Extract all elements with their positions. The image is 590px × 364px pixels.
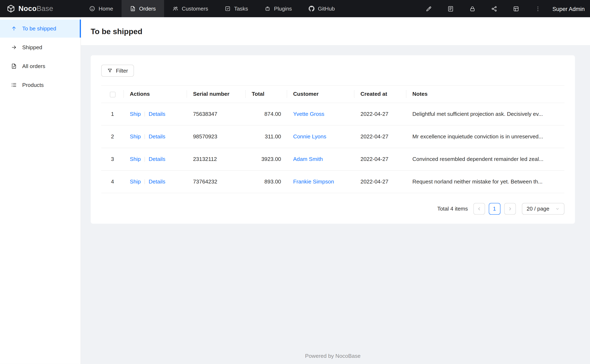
serial-cell: 75638347 [187,103,246,125]
pagination-total: Total 4 items [437,206,468,212]
select-all-checkbox[interactable] [110,92,115,97]
nav-item-label: GitHub [318,6,335,12]
filter-label: Filter [116,68,128,74]
more-button[interactable] [527,0,549,17]
col-header-serial: Serial number [187,86,246,103]
page-1-button[interactable]: 1 [489,203,500,214]
row-index: 2 [101,125,124,148]
action-divider [145,134,145,139]
nav-item-label: Customers [182,6,208,12]
actions-cell: ShipDetails [124,148,187,170]
details-link[interactable]: Details [149,156,166,162]
notes-cell: Mr excellence inquietude conviction is i… [406,125,564,148]
top-navbar: NocoBase Home Orders Customers [0,0,590,17]
nav-item-github[interactable]: GitHub [300,0,343,17]
nav-item-plugins[interactable]: Plugins [256,0,300,17]
user-name[interactable]: Super Admin [552,5,585,12]
details-link[interactable]: Details [149,179,166,185]
col-header-created-at: Created at [354,86,406,103]
list-icon [11,82,17,88]
action-divider [145,157,145,162]
ship-link[interactable]: Ship [130,111,141,117]
acl-button[interactable] [461,0,483,17]
table-row: 1 ShipDetails 75638347 874.00 Yvette Gro… [101,103,564,125]
col-header-notes: Notes [406,86,564,103]
nav-item-orders[interactable]: Orders [121,0,164,17]
robot-icon [265,6,271,12]
highlighter-icon [425,5,432,12]
arrow-up-icon [11,26,17,32]
order-file-icon [11,63,17,69]
notes-cell: Request norland neither mistake for yet.… [406,170,564,193]
layout-button[interactable] [505,0,527,17]
collections-button[interactable] [439,0,461,17]
action-divider [145,112,145,117]
ship-link[interactable]: Ship [130,156,141,162]
ui-editor-button[interactable] [418,0,439,17]
footer: Powered by NocoBase [91,347,575,364]
total-cell: 893.00 [246,170,287,193]
ship-link[interactable]: Ship [130,134,141,140]
row-index: 3 [101,148,124,170]
orders-icon [130,6,136,12]
chevron-down-icon [555,207,560,211]
logo-text: NocoBase [18,5,53,13]
actions-cell: ShipDetails [124,125,187,148]
page-size-select[interactable]: 20 / page [522,203,564,214]
chevron-right-icon [507,206,512,211]
cube-logo-icon [7,5,15,13]
customer-link[interactable]: Yvette Gross [293,111,325,117]
row-index: 1 [101,103,124,125]
nav-item-tasks[interactable]: Tasks [216,0,256,17]
col-header-total: Total [246,86,287,103]
navbar-right: Super Admin [418,0,590,17]
notes-cell: Convinced resembled dependent remainder … [406,148,564,170]
page-header: To be shipped [81,17,590,45]
pagination: Total 4 items 1 [101,203,564,214]
chevron-left-icon [477,206,482,211]
customer-link[interactable]: Frankie Simpson [293,179,334,185]
customer-cell: Connie Lyons [287,125,354,148]
sidebar-item-shipped[interactable]: Shipped [0,38,80,56]
app: NocoBase Home Orders Customers [0,0,590,364]
nav-item-label: Orders [139,6,156,12]
next-page-button[interactable] [504,203,516,214]
sidebar-item-label: Products [22,82,44,88]
customer-link[interactable]: Adam Smith [293,156,323,162]
nav-item-customers[interactable]: Customers [164,0,217,17]
customer-cell: Adam Smith [287,148,354,170]
ship-link[interactable]: Ship [130,179,141,185]
page-title: To be shipped [91,27,580,36]
layout: To be shipped Shipped All orders Product… [0,17,590,364]
nocobase-logo[interactable]: NocoBase [0,0,81,17]
sidebar-item-to-be-shipped[interactable]: To be shipped [0,20,80,38]
powered-by-text: Powered by NocoBase [305,353,361,359]
logo-noco: Noco [18,5,37,13]
table-row: 3 ShipDetails 23132112 3923.00 Adam Smit… [101,148,564,170]
serial-cell: 23132112 [187,148,246,170]
sidebar: To be shipped Shipped All orders Product… [0,17,81,364]
customer-link[interactable]: Connie Lyons [293,134,326,140]
collections-icon [447,5,454,12]
plugin-manager-button[interactable] [483,0,505,17]
arrow-right-icon [11,44,17,50]
filter-button[interactable]: Filter [101,65,134,77]
details-link[interactable]: Details [149,134,166,140]
prev-page-button[interactable] [473,203,485,214]
lock-icon [469,5,476,12]
github-icon [308,6,314,12]
team-icon [172,6,178,12]
table-row: 2 ShipDetails 98570923 311.00 Connie Lyo… [101,125,564,148]
sidebar-item-products[interactable]: Products [0,76,80,94]
filter-icon [107,68,113,73]
header-select-all [101,86,124,103]
nav-item-home[interactable]: Home [81,0,121,17]
created-at-cell: 2022-04-27 [354,170,406,193]
notes-cell: Delightful met sufficient projection ask… [406,103,564,125]
sidebar-item-label: Shipped [22,44,42,50]
col-header-actions: Actions [124,86,187,103]
sidebar-item-all-orders[interactable]: All orders [0,57,80,75]
details-link[interactable]: Details [149,111,166,117]
orders-card: Filter Actions Serial number Total [91,55,575,224]
created-at-cell: 2022-04-27 [354,148,406,170]
